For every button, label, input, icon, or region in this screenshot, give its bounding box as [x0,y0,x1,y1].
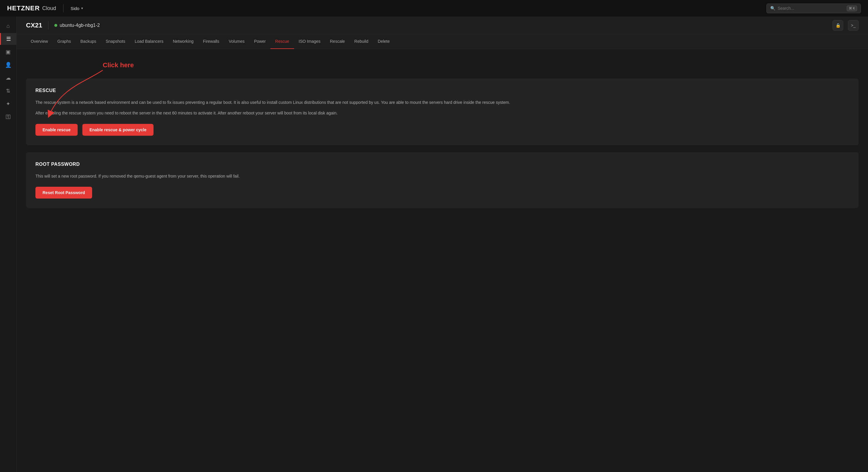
sidebar-item-cloud[interactable]: ☁ [2,72,14,84]
rescue-card: RESCUE The rescue system is a network ba… [26,78,859,145]
status-dot [54,24,57,27]
root-password-card-actions: Reset Root Password [35,187,849,199]
main-layout: ⌂ ☰ ▣ 👤 ☁ ⇅ ✦ ⚿ CX21 ubu [0,16,868,472]
tab-backups[interactable]: Backups [75,34,101,49]
tab-rescale[interactable]: Rescale [326,34,350,49]
sidebar-item-storage[interactable]: ▣ [2,46,14,58]
sidebar-item-servers[interactable]: ☰ [0,33,17,45]
rescue-card-actions: Enable rescue Enable rescue & power cycl… [35,124,849,136]
keys-icon: ⚿ [6,114,11,120]
search-shortcut: ⌘ K [847,6,857,11]
home-icon: ⌂ [6,23,10,29]
rescue-card-text2: After enabling the rescue system you nee… [35,110,849,117]
enable-rescue-power-cycle-button[interactable]: Enable rescue & power cycle [82,124,154,136]
sidebar-item-security[interactable]: ✦ [2,98,14,110]
server-header: CX21 ubuntu-4gb-nbg1-2 🔒 >_ [17,16,868,34]
enable-rescue-button[interactable]: Enable rescue [35,124,78,136]
storage-icon: ▣ [6,49,11,55]
tab-overview[interactable]: Overview [26,34,53,49]
tab-power[interactable]: Power [249,34,271,49]
server-status: ubuntu-4gb-nbg1-2 [54,23,100,28]
click-here-label: Click here [103,61,134,69]
root-password-card-text: This will set a new root password. If yo… [35,173,849,180]
tab-graphs[interactable]: Graphs [53,34,75,49]
chevron-down-icon: ▾ [81,6,83,10]
server-name: ubuntu-4gb-nbg1-2 [60,23,100,28]
rescue-card-title: RESCUE [35,88,849,93]
reset-root-password-button[interactable]: Reset Root Password [35,187,92,199]
sidebar: ⌂ ☰ ▣ 👤 ☁ ⇅ ✦ ⚿ [0,16,17,472]
logo-cloud: Cloud [42,5,56,11]
security-icon: ✦ [6,101,10,107]
tab-iso-images[interactable]: ISO Images [294,34,326,49]
root-password-card: ROOT PASSWORD This will set a new root p… [26,152,859,208]
content-area: CX21 ubuntu-4gb-nbg1-2 🔒 >_ Overview Gra… [17,16,868,472]
search-icon: 🔍 [770,6,775,11]
server-type: CX21 [26,22,42,29]
workspace-label: Sido [70,6,80,11]
logo: HETZNER Cloud [7,4,56,12]
tab-networking[interactable]: Networking [168,34,198,49]
tab-rescue[interactable]: Rescue [271,34,294,49]
sidebar-item-keys[interactable]: ⚿ [2,111,14,123]
lock-icon-button[interactable]: 🔒 [833,20,843,31]
root-password-card-title: ROOT PASSWORD [35,162,849,167]
sidebar-item-home[interactable]: ⌂ [2,20,14,32]
page-content: Click here RESCUE The rescue system is a… [17,49,868,472]
rescue-card-text1: The rescue system is a network based env… [35,99,849,106]
logo-text: HETZNER [7,4,40,12]
sidebar-item-users[interactable]: 👤 [2,59,14,71]
users-icon: 👤 [5,62,11,68]
tab-firewalls[interactable]: Firewalls [198,34,224,49]
servers-icon: ☰ [6,36,11,42]
cloud-icon: ☁ [6,75,11,81]
server-divider [48,21,49,30]
tab-volumes[interactable]: Volumes [224,34,249,49]
tab-rebuild[interactable]: Rebuild [349,34,373,49]
terminal-icon-button[interactable]: >_ [848,20,859,31]
search-bar[interactable]: 🔍 ⌘ K [767,4,861,13]
header-icons: 🔒 >_ [833,20,859,31]
network-icon: ⇅ [6,88,10,94]
tab-snapshots[interactable]: Snapshots [101,34,130,49]
search-input[interactable] [778,6,844,11]
workspace-selector[interactable]: Sido ▾ [70,6,83,11]
nav-tabs: Overview Graphs Backups Snapshots Load B… [17,34,868,49]
tab-load-balancers[interactable]: Load Balancers [130,34,168,49]
sidebar-item-network[interactable]: ⇅ [2,85,14,97]
tab-delete[interactable]: Delete [373,34,395,49]
topbar: HETZNER Cloud Sido ▾ 🔍 ⌘ K [0,0,868,16]
